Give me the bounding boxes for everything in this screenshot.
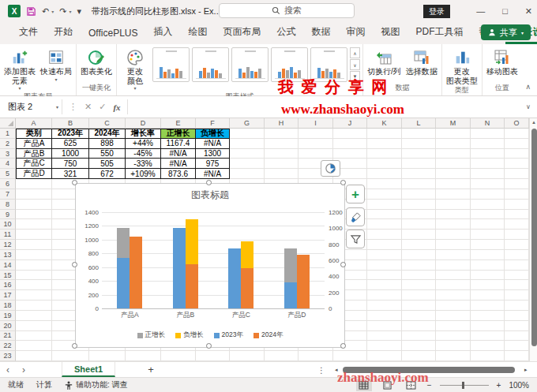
selection-handle[interactable]	[72, 262, 77, 267]
cell-B23[interactable]	[52, 351, 89, 361]
row-header-14[interactable]: 14	[0, 260, 16, 271]
cell-F4[interactable]: 975	[196, 159, 230, 169]
cell-N4[interactable]	[471, 159, 505, 169]
cell-A23[interactable]	[16, 351, 52, 361]
cell-J2[interactable]	[333, 139, 367, 149]
add-sheet-button[interactable]: +	[137, 362, 164, 377]
ribbon-tab-绘图[interactable]: 绘图	[180, 25, 215, 44]
cell-E1[interactable]: 正增长	[161, 129, 196, 139]
cell-D2[interactable]: +44%	[126, 139, 161, 149]
cell-M8[interactable]	[436, 200, 471, 210]
ribbon-tab-PDF工具箱[interactable]: PDF工具箱	[407, 25, 471, 44]
bar-2024-产品A[interactable]	[130, 237, 142, 308]
row-header-2[interactable]: 2	[0, 139, 16, 149]
cell-I2[interactable]	[299, 139, 333, 149]
cell-L7[interactable]	[402, 189, 436, 200]
column-header-K[interactable]: K	[367, 118, 402, 129]
cancel-icon[interactable]: ✕	[84, 102, 92, 112]
cell-M15[interactable]	[436, 271, 471, 281]
column-header-C[interactable]: C	[89, 118, 126, 129]
column-header-N[interactable]: N	[471, 118, 505, 129]
login-button[interactable]: 登录	[423, 5, 450, 18]
cell-A8[interactable]	[16, 200, 52, 210]
cell-H5[interactable]	[265, 169, 299, 179]
cell-J1[interactable]	[333, 129, 367, 139]
cell-B5[interactable]: 321	[52, 169, 89, 179]
cell-A2[interactable]: 产品A	[16, 139, 52, 149]
cell-M17[interactable]	[436, 290, 471, 301]
vertical-scroll-thumb[interactable]	[531, 129, 537, 346]
cell-O10[interactable]	[505, 219, 529, 230]
cell-D3[interactable]: -45%	[126, 149, 161, 159]
cell-A7[interactable]	[16, 189, 52, 200]
row-header-4[interactable]: 4	[0, 159, 16, 169]
share-button[interactable]: 共享▾	[481, 24, 531, 40]
cell-N18[interactable]	[471, 301, 505, 311]
column-header-G[interactable]: G	[230, 118, 265, 129]
cell-K14[interactable]	[367, 260, 402, 271]
ribbon-tab-数据[interactable]: 数据	[303, 25, 338, 44]
cell-K7[interactable]	[367, 189, 402, 200]
cell-L20[interactable]	[402, 321, 436, 331]
cell-A16[interactable]	[16, 280, 52, 290]
ribbon-tab-审阅[interactable]: 审阅	[338, 25, 373, 44]
selection-handle[interactable]	[340, 262, 346, 267]
cell-I23[interactable]	[299, 351, 333, 361]
cell-L9[interactable]	[402, 210, 436, 220]
bar-2023-产品B[interactable]	[173, 228, 186, 308]
cell-M19[interactable]	[436, 311, 471, 321]
cell-O15[interactable]	[505, 271, 529, 281]
cell-N9[interactable]	[471, 210, 505, 220]
row-header-3[interactable]: 3	[0, 149, 16, 159]
status-accessibility[interactable]: 辅助功能: 调查	[76, 379, 128, 390]
cell-N23[interactable]	[471, 351, 505, 361]
column-header-B[interactable]: B	[52, 118, 89, 129]
cell-O7[interactable]	[505, 189, 529, 200]
cell-M23[interactable]	[436, 351, 471, 361]
cell-G5[interactable]	[230, 169, 265, 179]
cell-N21[interactable]	[471, 331, 505, 342]
cell-M2[interactable]	[436, 139, 471, 149]
cell-K10[interactable]	[367, 219, 402, 230]
zoom-in-icon[interactable]: +	[497, 381, 501, 390]
cell-G2[interactable]	[230, 139, 265, 149]
cell-D1[interactable]: 增长率	[126, 129, 161, 139]
cell-L5[interactable]	[402, 169, 436, 179]
ribbon-tab-视图[interactable]: 视图	[373, 25, 407, 44]
cell-G3[interactable]	[230, 149, 265, 159]
cell-M3[interactable]	[436, 149, 471, 159]
ribbon-tab-文件[interactable]: 文件	[11, 25, 46, 44]
cell-B4[interactable]: 750	[52, 159, 89, 169]
scroll-right-icon[interactable]: ▸	[524, 367, 531, 373]
cell-L13[interactable]	[402, 250, 436, 260]
cell-K18[interactable]	[367, 301, 402, 311]
cell-D4[interactable]: -33%	[126, 159, 161, 169]
legend-item-2024年[interactable]: 2024年	[253, 330, 283, 340]
minimize-button[interactable]: —	[476, 6, 485, 16]
cell-C1[interactable]: 2024年	[89, 129, 126, 139]
cell-M6[interactable]	[436, 179, 471, 189]
cell-L17[interactable]	[402, 290, 436, 301]
cell-E5[interactable]: 873.6	[161, 169, 196, 179]
cell-L3[interactable]	[402, 149, 436, 159]
chart-style-thumbnail[interactable]	[192, 47, 229, 82]
cell-E23[interactable]	[161, 351, 196, 361]
column-header-E[interactable]: E	[161, 118, 196, 129]
chart-quick-tool-button[interactable]	[321, 160, 340, 177]
cell-K15[interactable]	[367, 271, 402, 281]
selection-handle[interactable]	[340, 180, 346, 185]
ribbon-tab-页面布局[interactable]: 页面布局	[215, 25, 268, 44]
row-header-8[interactable]: 8	[0, 200, 16, 210]
name-box-dropdown-icon[interactable]: ▾	[56, 104, 58, 110]
cell-O16[interactable]	[505, 280, 529, 290]
bar-2024-产品B[interactable]	[186, 264, 198, 308]
cell-A15[interactable]	[16, 271, 52, 281]
cell-F5[interactable]: #N/A	[196, 169, 230, 179]
cell-O13[interactable]	[505, 250, 529, 260]
cell-G1[interactable]	[230, 129, 265, 139]
cell-A20[interactable]	[16, 321, 52, 331]
cell-E4[interactable]: #N/A	[161, 159, 196, 169]
cell-M14[interactable]	[436, 260, 471, 271]
column-header-A[interactable]: A	[16, 118, 52, 129]
cell-K23[interactable]	[367, 351, 402, 361]
